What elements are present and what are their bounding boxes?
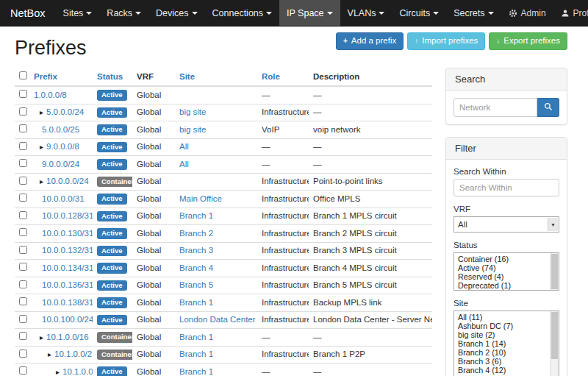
prefix-link[interactable]: 10.0.0.132/31 (42, 246, 93, 255)
row-checkbox[interactable] (19, 350, 27, 358)
listbox-option[interactable]: big site (2) (456, 330, 548, 339)
prefix-link[interactable]: 9.0.0.0/24 (42, 160, 79, 169)
site-link[interactable]: Main Office (179, 194, 222, 203)
nav-item-ip-space[interactable]: IP Space (279, 0, 340, 26)
site-link[interactable]: Branch 3 (179, 246, 213, 255)
nav-item-sites[interactable]: Sites (56, 0, 100, 26)
listbox-option[interactable]: Container (16) (456, 255, 548, 263)
row-checkbox[interactable] (19, 194, 27, 202)
row-checkbox[interactable] (19, 211, 27, 219)
prefix-link[interactable]: 5.0.0.0/24 (46, 107, 84, 116)
listbox-option[interactable]: Branch 3 (6) (456, 357, 548, 366)
status-badge[interactable]: Active (97, 107, 127, 118)
nav-item-secrets[interactable]: Secrets (446, 0, 501, 26)
column-header-prefix[interactable]: Prefix (29, 68, 93, 86)
row-checkbox[interactable] (19, 107, 27, 116)
search-within-input[interactable] (453, 179, 559, 196)
profile-menu-item[interactable]: Profile (553, 0, 588, 26)
nav-item-connections[interactable]: Connections (205, 0, 280, 26)
status-badge[interactable]: Container (97, 350, 132, 361)
status-badge[interactable]: Container (97, 332, 132, 343)
vrf-select[interactable]: All ▼ (453, 216, 559, 233)
listbox-option[interactable]: All (11) (456, 313, 548, 322)
prefix-link[interactable]: 10.0.0.130/31 (42, 229, 93, 238)
site-listbox-scrollbar[interactable] (550, 311, 559, 376)
prefix-link[interactable]: 1.0.0.0/8 (34, 91, 67, 99)
prefix-link[interactable]: 10.0.0.0/24 (46, 177, 89, 185)
nav-item-devices[interactable]: Devices (148, 0, 204, 26)
status-badge[interactable]: Active (97, 366, 127, 376)
status-badge[interactable]: Active (97, 194, 127, 205)
site-link[interactable]: Branch 5 (179, 280, 213, 289)
row-checkbox[interactable] (19, 159, 27, 167)
site-link[interactable]: Branch 1 (179, 367, 213, 376)
row-checkbox[interactable] (19, 332, 27, 340)
prefix-link[interactable]: 10.1.0.0/16 (46, 333, 89, 341)
site-link[interactable]: All (179, 160, 189, 169)
status-badge[interactable]: Active (97, 159, 127, 170)
listbox-option[interactable]: Deprecated (1) (456, 281, 548, 290)
site-link[interactable]: Branch 1 (179, 333, 213, 341)
row-checkbox[interactable] (19, 90, 27, 98)
row-checkbox[interactable] (19, 263, 27, 271)
row-checkbox[interactable] (19, 297, 27, 305)
import-prefixes-button[interactable]: ↑ Import prefixes (407, 32, 485, 50)
status-badge[interactable]: Active (97, 315, 127, 326)
status-badge[interactable]: Active (97, 263, 127, 274)
prefix-link[interactable]: 5.0.0.0/25 (42, 125, 79, 134)
status-badge[interactable]: Active (97, 142, 127, 153)
status-badge[interactable]: Active (97, 124, 127, 135)
search-input[interactable] (453, 98, 537, 117)
status-badge[interactable]: Active (97, 228, 127, 239)
brand-link[interactable]: NetBox (0, 0, 56, 26)
search-button[interactable] (537, 98, 559, 117)
column-header-role[interactable]: Role (257, 68, 309, 86)
prefix-link[interactable]: 10.0.0.138/31 (42, 298, 93, 307)
site-link[interactable]: big site (179, 107, 206, 116)
listbox-option[interactable]: Ashburn DC (7) (456, 322, 548, 330)
row-checkbox[interactable] (19, 177, 27, 185)
prefix-link[interactable]: 10.0.0.128/31 (42, 211, 93, 220)
nav-item-vlans[interactable]: VLANs (340, 0, 392, 26)
column-header-site[interactable]: Site (175, 68, 257, 86)
listbox-option[interactable]: Branch 1 (14) (456, 339, 548, 348)
prefix-link[interactable]: 10.1.0.0/24 (54, 350, 93, 358)
prefix-link[interactable]: 10.0.100.0/24 (42, 315, 93, 324)
status-listbox[interactable]: Container (16)Active (74)Reserved (4)Dep… (453, 252, 559, 291)
site-link[interactable]: London Data Center (179, 315, 256, 324)
row-checkbox[interactable] (19, 124, 27, 132)
prefix-link[interactable]: 10.0.0.0/31 (42, 194, 85, 203)
site-link[interactable]: Branch 1 (179, 211, 213, 220)
row-checkbox[interactable] (19, 315, 27, 323)
listbox-option[interactable]: Branch 2 (10) (456, 348, 548, 357)
site-listbox[interactable]: All (11)Ashburn DC (7)big site (2)Branch… (453, 311, 559, 376)
row-checkbox[interactable] (19, 366, 27, 375)
site-link[interactable]: Branch 2 (179, 229, 213, 238)
site-link[interactable]: Branch 4 (179, 263, 213, 272)
prefix-link[interactable]: 10.0.0.134/31 (42, 263, 93, 272)
site-link[interactable]: All (179, 142, 189, 151)
status-badge[interactable]: Active (97, 297, 127, 308)
listbox-option[interactable]: Reserved (4) (456, 272, 548, 281)
status-listbox-scrollbar[interactable] (550, 253, 559, 290)
status-badge[interactable]: Active (97, 211, 127, 222)
status-badge[interactable]: Container (97, 177, 132, 188)
column-header-status[interactable]: Status (93, 68, 132, 86)
nav-item-circuits[interactable]: Circuits (392, 0, 446, 26)
select-all-checkbox[interactable] (19, 71, 27, 79)
export-prefixes-button[interactable]: ↓ Export prefixes (489, 32, 567, 50)
row-checkbox[interactable] (19, 142, 27, 150)
prefix-link[interactable]: 10.1.0.0/25 (62, 367, 93, 376)
site-link[interactable]: Branch 1 (179, 298, 213, 307)
status-badge[interactable]: Active (97, 280, 127, 291)
prefix-link[interactable]: 10.0.0.136/31 (42, 280, 93, 289)
listbox-option[interactable]: Branch 4 (12) (456, 366, 548, 375)
status-badge[interactable]: Active (97, 90, 127, 101)
row-checkbox[interactable] (19, 228, 27, 236)
row-checkbox[interactable] (19, 246, 27, 254)
site-link[interactable]: Branch 1 (179, 350, 213, 358)
admin-menu-item[interactable]: Admin (501, 0, 553, 26)
chevron-down-icon[interactable]: ▼ (548, 218, 558, 231)
listbox-option[interactable]: Active (74) (456, 263, 548, 272)
status-badge[interactable]: Active (97, 246, 127, 257)
